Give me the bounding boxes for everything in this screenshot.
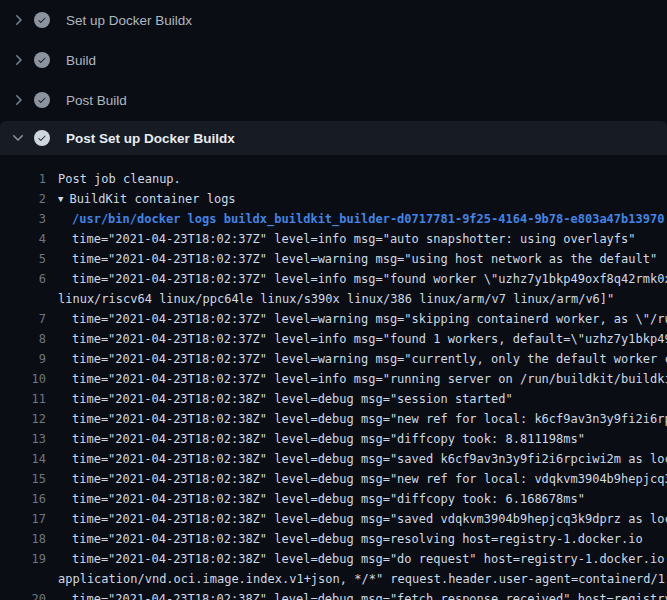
- log-line-text: time="2021-04-23T18:02:38Z" level=debug …: [58, 469, 667, 489]
- log-line: 4 time="2021-04-23T18:02:37Z" level=info…: [0, 229, 667, 249]
- log-line-number[interactable]: 20: [0, 589, 46, 600]
- check-circle-icon: [34, 130, 50, 146]
- log-line: 11 time="2021-04-23T18:02:38Z" level=deb…: [0, 389, 667, 409]
- log-line-number[interactable]: 13: [0, 429, 46, 449]
- log-line-text: time="2021-04-23T18:02:38Z" level=debug …: [58, 589, 667, 600]
- log-line-number[interactable]: 9: [0, 349, 46, 369]
- log-line-number: [0, 569, 46, 589]
- actions-log-viewer: Set up Docker Buildx Build P: [0, 0, 667, 600]
- log-group-toggle[interactable]: 2 ▼BuildKit container logs: [0, 189, 667, 209]
- log-line-number[interactable]: 12: [0, 409, 46, 429]
- log-line-text: time="2021-04-23T18:02:37Z" level=warnin…: [58, 349, 667, 369]
- log-line-text: time="2021-04-23T18:02:38Z" level=debug …: [58, 389, 667, 409]
- log-line-number[interactable]: 6: [0, 269, 46, 289]
- log-line-text: time="2021-04-23T18:02:38Z" level=debug …: [58, 429, 667, 449]
- log-line-number[interactable]: 10: [0, 369, 46, 389]
- log-line-number[interactable]: 4: [0, 229, 46, 249]
- log-line: 8 time="2021-04-23T18:02:37Z" level=info…: [0, 329, 667, 349]
- log-line: 17 time="2021-04-23T18:02:38Z" level=deb…: [0, 509, 667, 529]
- log-line: 7 time="2021-04-23T18:02:37Z" level=warn…: [0, 309, 667, 329]
- log-line-text: time="2021-04-23T18:02:38Z" level=debug …: [58, 529, 667, 549]
- log-line: 1 Post job cleanup.: [0, 169, 667, 189]
- log-line: 16 time="2021-04-23T18:02:38Z" level=deb…: [0, 489, 667, 509]
- log-line-text: /usr/bin/docker logs buildx_buildkit_bui…: [58, 209, 667, 229]
- step-header-post-build[interactable]: Post Build: [0, 80, 667, 120]
- log-line-number[interactable]: 1: [0, 169, 46, 189]
- log-line-number: [0, 289, 46, 309]
- chevron-right-icon: [10, 52, 26, 68]
- log-line-number[interactable]: 11: [0, 389, 46, 409]
- check-circle-icon: [34, 92, 50, 108]
- log-line-number[interactable]: 15: [0, 469, 46, 489]
- log-line-number[interactable]: 7: [0, 309, 46, 329]
- step-label: Set up Docker Buildx: [66, 13, 192, 28]
- log-line: 5 time="2021-04-23T18:02:37Z" level=warn…: [0, 249, 667, 269]
- log-command-line: 3 /usr/bin/docker logs buildx_buildkit_b…: [0, 209, 667, 229]
- log-line: 15 time="2021-04-23T18:02:38Z" level=deb…: [0, 469, 667, 489]
- step-header-set-up-docker-buildx[interactable]: Set up Docker Buildx: [0, 0, 667, 40]
- group-expanded-triangle-icon: ▼: [58, 189, 63, 209]
- log-line-number[interactable]: 19: [0, 549, 46, 569]
- log-line-number[interactable]: 5: [0, 249, 46, 269]
- step-header-post-set-up-docker-buildx[interactable]: Post Set up Docker Buildx: [0, 121, 667, 155]
- check-circle-icon: [34, 12, 50, 28]
- log-line-continuation: application/vnd.oci.image.index.v1+json,…: [0, 569, 667, 589]
- log-line-text: Post job cleanup.: [58, 169, 667, 189]
- log-line-text: linux/riscv64 linux/ppc64le linux/s390x …: [58, 289, 667, 309]
- log-line: 9 time="2021-04-23T18:02:37Z" level=warn…: [0, 349, 667, 369]
- log-line-text: time="2021-04-23T18:02:38Z" level=debug …: [58, 509, 667, 529]
- step-header-build[interactable]: Build: [0, 40, 667, 80]
- step-label: Build: [66, 53, 96, 68]
- log-line-number[interactable]: 16: [0, 489, 46, 509]
- chevron-right-icon: [10, 92, 26, 108]
- step-label: Post Set up Docker Buildx: [66, 131, 235, 146]
- collapsed-steps-list: Set up Docker Buildx Build P: [0, 0, 667, 120]
- log-line-text: ▼BuildKit container logs: [58, 189, 667, 209]
- log-line-number[interactable]: 2: [0, 189, 46, 209]
- log-line-number[interactable]: 18: [0, 529, 46, 549]
- log-line-text: time="2021-04-23T18:02:37Z" level=info m…: [58, 369, 667, 389]
- log-line: 13 time="2021-04-23T18:02:38Z" level=deb…: [0, 429, 667, 449]
- log-line-text: time="2021-04-23T18:02:37Z" level=warnin…: [58, 309, 667, 329]
- log-line: 10 time="2021-04-23T18:02:37Z" level=inf…: [0, 369, 667, 389]
- log-line-text: time="2021-04-23T18:02:38Z" level=debug …: [58, 409, 667, 429]
- log-line: 19 time="2021-04-23T18:02:38Z" level=deb…: [0, 549, 667, 569]
- log-line-continuation: linux/riscv64 linux/ppc64le linux/s390x …: [0, 289, 667, 309]
- log-line-number[interactable]: 14: [0, 449, 46, 469]
- step-label: Post Build: [66, 93, 127, 108]
- log-line: 6 time="2021-04-23T18:02:37Z" level=info…: [0, 269, 667, 289]
- log-line-number[interactable]: 3: [0, 209, 46, 229]
- log-line: 20 time="2021-04-23T18:02:38Z" level=deb…: [0, 589, 667, 600]
- log-line-text: time="2021-04-23T18:02:38Z" level=debug …: [58, 449, 667, 469]
- log-line-number[interactable]: 17: [0, 509, 46, 529]
- log-line: 18 time="2021-04-23T18:02:38Z" level=deb…: [0, 529, 667, 549]
- log-line-number[interactable]: 8: [0, 329, 46, 349]
- check-circle-icon: [34, 52, 50, 68]
- chevron-down-icon: [10, 130, 26, 146]
- log-line-text: time="2021-04-23T18:02:37Z" level=warnin…: [58, 249, 667, 269]
- log-line: 12 time="2021-04-23T18:02:38Z" level=deb…: [0, 409, 667, 429]
- log-output: 1 Post job cleanup. 2 ▼BuildKit containe…: [0, 155, 667, 600]
- log-line: 14 time="2021-04-23T18:02:38Z" level=deb…: [0, 449, 667, 469]
- log-line-text: application/vnd.oci.image.index.v1+json,…: [58, 569, 667, 589]
- log-line-text: time="2021-04-23T18:02:37Z" level=info m…: [58, 229, 667, 249]
- log-line-text: time="2021-04-23T18:02:37Z" level=info m…: [58, 269, 667, 289]
- chevron-right-icon: [10, 12, 26, 28]
- log-line-text: time="2021-04-23T18:02:37Z" level=info m…: [58, 329, 667, 349]
- log-line-text: time="2021-04-23T18:02:38Z" level=debug …: [58, 489, 667, 509]
- log-line-text: time="2021-04-23T18:02:38Z" level=debug …: [58, 549, 667, 569]
